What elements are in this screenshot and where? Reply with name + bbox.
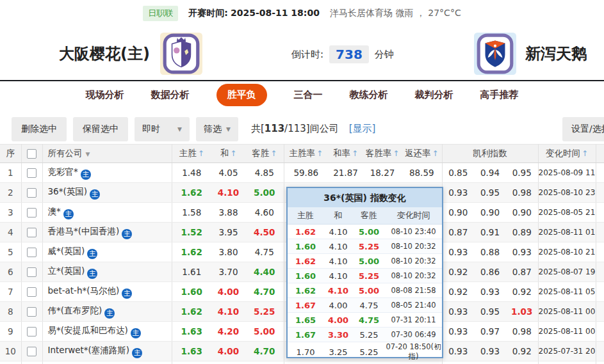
home-team-name: 大阪樱花(主) xyxy=(59,44,150,64)
sort-asc-icon[interactable]: ↑ xyxy=(432,149,438,158)
tab-裁判分析[interactable]: 裁判分析 xyxy=(415,89,453,101)
tab-高手推荐[interactable]: 高手推荐 xyxy=(480,89,519,101)
odds-cell[interactable]: 3.88 xyxy=(211,203,245,223)
header-home-win[interactable]: 主胜↑ xyxy=(172,145,211,163)
odds-cell[interactable]: 4.75 xyxy=(245,242,284,262)
row-checkbox[interactable] xyxy=(27,228,37,237)
header-home-rate[interactable]: 主胜率↑ xyxy=(284,145,328,163)
popup-row: 1.65 4.00 4.75 07-31 20:11 xyxy=(288,313,442,328)
company-cell[interactable] xyxy=(42,361,172,364)
odds-cell[interactable]: 1.52 xyxy=(172,223,211,242)
header-company[interactable]: 所有公司▼ xyxy=(42,145,172,163)
odds-cell[interactable]: 4.20 xyxy=(211,322,245,342)
odds-cell[interactable]: 5.00 xyxy=(245,183,284,203)
company-cell[interactable]: Interwet*(塞浦路斯)主 xyxy=(42,342,172,361)
popup-odds-cell: 5.25 xyxy=(353,347,385,357)
popup-row: 1.60 4.10 5.25 08-10 20:32 xyxy=(288,239,442,254)
odds-cell[interactable]: 1.61 xyxy=(172,262,211,282)
odds-cell[interactable]: 4.05 xyxy=(211,163,245,183)
tab-三合一[interactable]: 三合一 xyxy=(294,89,323,101)
odds-cell[interactable]: 1.62 xyxy=(172,302,211,322)
tab-现场分析[interactable]: 现场分析 xyxy=(86,89,124,101)
header-change-time[interactable]: 变化时间↑ xyxy=(538,145,596,163)
sort-asc-icon[interactable]: ↑ xyxy=(582,149,588,158)
row-checkbox[interactable] xyxy=(27,307,37,317)
row-checkbox[interactable] xyxy=(27,248,37,257)
row-checkbox[interactable] xyxy=(27,188,37,198)
odds-cell[interactable]: 4.60 xyxy=(245,203,284,223)
tab-胜平负[interactable]: 胜平负 xyxy=(216,84,267,106)
company-cell[interactable]: 澳*主 xyxy=(42,203,172,223)
row-checkbox[interactable] xyxy=(27,327,37,336)
odds-cell[interactable]: 4.70 xyxy=(245,342,284,361)
delete-selected-button[interactable]: 删除选中 xyxy=(12,117,67,141)
header-away-rate[interactable]: 客胜率↑ xyxy=(363,145,402,163)
sort-asc-icon[interactable]: ↑ xyxy=(270,149,277,158)
odds-cell[interactable]: 1.58 xyxy=(172,203,211,223)
row-select xyxy=(21,223,42,242)
sort-asc-icon[interactable]: ↑ xyxy=(352,149,358,158)
company-cell[interactable]: bet-at-h*(马尔他)主 xyxy=(42,282,172,302)
toolbar: 删除选中 保留选中 即时 ▼ 筛选 ▼ 共[113/113]间公司 [显示] 设… xyxy=(0,117,604,141)
company-cell[interactable]: 威*(英国)主 xyxy=(42,242,172,262)
kelly-cell: 0.93 xyxy=(442,322,474,342)
odds-cell[interactable]: 1.62 xyxy=(172,242,211,262)
popup-time-cell: 08-10 20:32 xyxy=(385,257,442,265)
odds-cell[interactable]: 3.80 xyxy=(211,242,245,262)
odds-cell[interactable]: 4.50 xyxy=(245,223,284,242)
header-return-rate[interactable]: 返还率↑ xyxy=(402,145,442,163)
filter-dropdown[interactable]: 筛选 ▼ xyxy=(196,117,238,141)
odds-cell[interactable]: 1.48 xyxy=(172,163,211,183)
company-cell[interactable]: 36*(英国)主 xyxy=(42,183,172,203)
header-draw[interactable]: 和↑ xyxy=(211,145,245,163)
row-checkbox[interactable] xyxy=(27,168,37,178)
odds-cell[interactable]: 4.70 xyxy=(245,282,284,302)
odds-cell[interactable]: 3.95 xyxy=(211,223,245,242)
company-cell[interactable]: 伟*(直布罗陀)主 xyxy=(42,302,172,322)
header-draw-rate[interactable]: 和率↑ xyxy=(328,145,363,163)
odds-cell[interactable]: 4.00 xyxy=(211,342,245,361)
company-cell[interactable]: 竞彩官*主 xyxy=(42,163,172,183)
odds-cell[interactable]: 4.85 xyxy=(245,163,284,183)
settings-button[interactable]: 设置/选择 xyxy=(562,117,604,141)
odds-cell[interactable]: 4.10 xyxy=(211,302,245,322)
company-cell[interactable]: 易*(安提瓜和巴布达)主 xyxy=(42,322,172,342)
odds-cell[interactable]: 1.62 xyxy=(172,183,211,203)
spacer-cell xyxy=(596,203,604,223)
odds-cell[interactable]: 1.63 xyxy=(172,342,211,361)
row-checkbox[interactable] xyxy=(27,347,37,356)
row-seq: 8 xyxy=(0,302,21,322)
sort-asc-icon[interactable]: ↑ xyxy=(198,149,204,158)
odds-cell[interactable]: 1.63 xyxy=(172,322,211,342)
odds-cell[interactable]: 5.00 xyxy=(245,322,284,342)
company-cell[interactable]: 香港马*(中国香港)主 xyxy=(42,223,172,242)
table-row xyxy=(0,361,604,364)
odds-cell[interactable]: 5.25 xyxy=(245,302,284,322)
odds-cell[interactable]: 3.70 xyxy=(211,262,245,282)
keep-selected-button[interactable]: 保留选中 xyxy=(73,117,128,141)
odds-cell[interactable] xyxy=(172,361,211,364)
popup-odds-cell: 5.25 xyxy=(353,271,385,281)
row-checkbox[interactable] xyxy=(27,267,37,277)
company-cell[interactable]: 立*(英国)主 xyxy=(42,262,172,282)
select-all-checkbox[interactable] xyxy=(27,149,37,159)
tab-教练分析[interactable]: 教练分析 xyxy=(350,89,388,101)
kelly-cell: 0.95 xyxy=(474,302,506,322)
sort-asc-icon[interactable]: ↑ xyxy=(393,149,399,158)
tab-数据分析[interactable]: 数据分析 xyxy=(151,89,190,101)
header-away-win[interactable]: 客胜↑ xyxy=(245,145,284,163)
odds-cell[interactable]: 4.40 xyxy=(245,262,284,282)
odds-cell[interactable]: 1.60 xyxy=(172,282,211,302)
odds-cell[interactable] xyxy=(211,361,245,364)
odds-cell[interactable] xyxy=(245,361,284,364)
row-checkbox[interactable] xyxy=(27,287,37,297)
kelly-cell: 0.92 xyxy=(506,342,538,361)
show-link[interactable]: [显示] xyxy=(349,123,376,135)
sort-asc-icon[interactable]: ↑ xyxy=(316,149,323,158)
instant-dropdown[interactable]: 即时 ▼ xyxy=(135,117,190,141)
row-seq: 2 xyxy=(0,183,21,203)
row-checkbox[interactable] xyxy=(27,208,37,218)
odds-cell[interactable]: 4.10 xyxy=(211,183,245,203)
sort-asc-icon[interactable]: ↑ xyxy=(230,149,236,158)
odds-cell[interactable]: 4.00 xyxy=(211,282,245,302)
